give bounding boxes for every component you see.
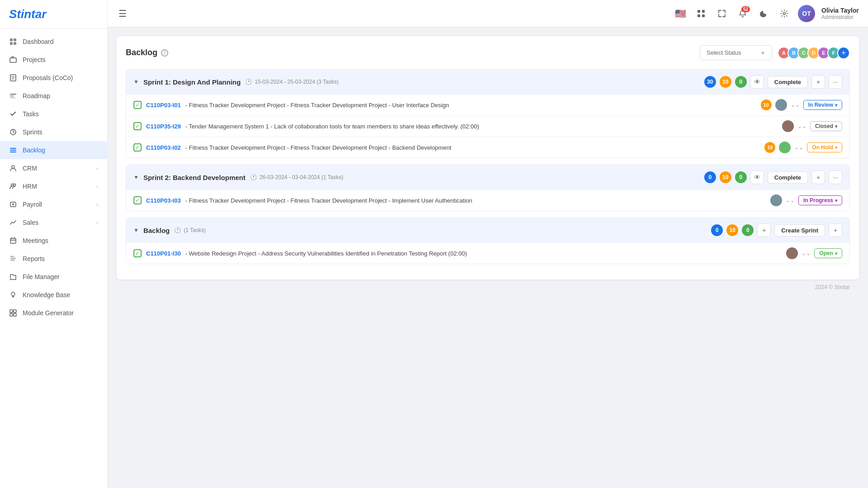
task-chevron-icon[interactable]: ⌄⌄	[791, 102, 800, 108]
backlog-task-avatar	[786, 247, 798, 259]
sidebar-item-roadmap[interactable]: Roadmap	[0, 87, 107, 105]
chevron-right-icon: ›	[96, 184, 98, 189]
sidebar-item-knowledge-base[interactable]: Knowledge Base	[0, 286, 107, 304]
svg-rect-21	[10, 313, 13, 316]
sidebar-item-reports[interactable]: Reports	[0, 250, 107, 268]
task-id[interactable]: C110P03-I01	[146, 102, 181, 109]
chevron-right-icon: ›	[96, 220, 98, 225]
sidebar-item-tasks[interactable]: Tasks	[0, 105, 107, 123]
sidebar-item-payroll[interactable]: Payroll ›	[0, 195, 107, 213]
sidebar-nav: Dashboard Projects Proposals (CoCo) Road…	[0, 29, 107, 488]
sprint-eye-btn-1[interactable]: 👁	[750, 75, 764, 89]
sidebar-item-file-manager[interactable]: File Manager	[0, 268, 107, 286]
svg-rect-0	[10, 38, 13, 41]
sidebar-item-hrm[interactable]: HRM ›	[0, 177, 107, 195]
flag-icon[interactable]: 🇺🇸	[673, 6, 688, 21]
backlog-header-right: 0 10 0 + Create Sprint +	[711, 223, 842, 237]
grid-icon[interactable]	[694, 6, 708, 21]
sprints-container: ▼ Sprint 1: Design And Planning 🕐 15-03-…	[126, 69, 850, 264]
main-area: ☰ 🇺🇸 52 OT Olivia Tayl	[108, 0, 868, 488]
notifications-icon[interactable]: 52	[735, 6, 750, 21]
svg-rect-23	[697, 10, 700, 13]
task-id[interactable]: C110P03-I03	[146, 197, 181, 204]
task-right: 10 ⌄⌄ On Hold ▾	[764, 142, 842, 153]
task-description: - Tender Management System 1 - Lack of c…	[185, 123, 778, 130]
sidebar-item-sprints[interactable]: Sprints	[0, 123, 107, 141]
sprint-more-btn-1[interactable]: ···	[829, 75, 842, 89]
sidebar-item-label-knowledge-base: Knowledge Base	[23, 291, 70, 298]
backlog-task-checkbox-1[interactable]: ✓	[133, 249, 142, 257]
tasks-icon	[9, 110, 17, 118]
settings-icon[interactable]	[777, 6, 792, 21]
user-avatar-header: OT	[798, 5, 815, 22]
sprint-header-right-1: 30 10 0 👁 Complete + ···	[704, 75, 842, 89]
backlog-task-status-badge[interactable]: Open ▾	[814, 248, 842, 258]
add-member-button[interactable]: +	[837, 47, 850, 59]
sidebar-item-sales[interactable]: Sales ›	[0, 213, 107, 232]
dark-mode-icon[interactable]	[756, 6, 771, 21]
task-id[interactable]: C110P35-I29	[146, 123, 181, 130]
sprint-complete-btn-1[interactable]: Complete	[768, 76, 808, 88]
status-dropdown-arrow: ▾	[835, 198, 837, 203]
eye-icon: 👁	[754, 78, 760, 85]
task-chevron-icon[interactable]: ⌄⌄	[786, 197, 795, 204]
menu-toggle-icon[interactable]: ☰	[117, 6, 128, 21]
sidebar-item-projects[interactable]: Projects	[0, 51, 107, 69]
sidebar-item-module-generator[interactable]: Module Generator	[0, 304, 107, 322]
sidebar-item-crm[interactable]: CRM ›	[0, 159, 107, 177]
task-chevron-icon[interactable]: ⌄⌄	[794, 144, 803, 151]
backlog-task-id[interactable]: C110P01-I30	[146, 250, 181, 257]
task-checkbox-1-2[interactable]: ✓	[133, 122, 142, 130]
sidebar-item-proposals[interactable]: Proposals (CoCo)	[0, 69, 107, 87]
sprint-complete-btn-2[interactable]: Complete	[768, 171, 808, 184]
select-status-dropdown[interactable]: Select Status ▼	[700, 45, 772, 60]
sprint-toggle-1[interactable]: ▼	[133, 79, 139, 85]
backlog-icon	[9, 146, 17, 154]
user-role: Administrator	[821, 14, 859, 20]
sprint-eye-btn-2[interactable]: 👁	[750, 171, 764, 184]
task-status-badge[interactable]: In Review ▾	[803, 100, 842, 110]
sprint-add-btn-2[interactable]: +	[811, 171, 825, 184]
backlog-task-chevron-icon[interactable]: ⌄⌄	[802, 250, 811, 256]
sprint-more-btn-2[interactable]: ···	[829, 171, 842, 184]
sprint-meta-1: 🕐 15-03-2024 - 25-03-2024 (3 Tasks)	[245, 79, 338, 85]
sprint-toggle-2[interactable]: ▼	[133, 174, 139, 180]
task-chevron-icon[interactable]: ⌄⌄	[797, 123, 806, 129]
sidebar-item-label-payroll: Payroll	[23, 201, 42, 208]
expand-icon[interactable]	[715, 6, 729, 21]
sidebar-item-meetings[interactable]: Meetings	[0, 232, 107, 250]
backlog-task-status-label: Open	[819, 250, 833, 256]
payroll-icon	[9, 200, 17, 208]
backlog-info-icon[interactable]: i	[161, 49, 168, 57]
task-id[interactable]: C110P03-I02	[146, 144, 181, 151]
task-status-badge[interactable]: On Hold ▾	[807, 142, 842, 152]
task-status-badge[interactable]: In Progress ▾	[798, 195, 842, 205]
task-points: 10	[761, 99, 772, 110]
backlog-clock-icon: 🕐	[174, 227, 181, 233]
task-status-label: In Review	[808, 102, 833, 108]
svg-rect-20	[14, 310, 16, 313]
create-sprint-btn[interactable]: Create Sprint	[774, 224, 825, 237]
backlog-sec-header: ▼ Backlog 🕐 (1 Tasks) 0 10 0 + Create Sp…	[126, 218, 849, 242]
proposals-icon	[9, 74, 17, 82]
sidebar-item-dashboard[interactable]: Dashboard	[0, 33, 107, 51]
sprint-dates-2: 26-03-2024 - 03-04-2024 (1 Tasks)	[260, 174, 343, 180]
task-checkbox-2-1[interactable]: ✓	[133, 196, 142, 204]
backlog-more-btn[interactable]: +	[829, 223, 842, 237]
sprint-add-btn-1[interactable]: +	[811, 75, 825, 89]
svg-rect-4	[10, 58, 16, 62]
task-status-badge[interactable]: Closed ▾	[810, 121, 842, 131]
backlog-add-icon-btn[interactable]: +	[757, 223, 771, 237]
status-dropdown-arrow: ▾	[835, 145, 837, 150]
select-status-label: Select Status	[707, 49, 741, 56]
sprint-header-right-2: 0 10 0 👁 Complete + ···	[704, 171, 842, 184]
sidebar-item-backlog[interactable]: Backlog	[0, 141, 107, 159]
task-avatar	[779, 142, 791, 153]
status-dropdown-arrow: ▾	[835, 124, 837, 129]
sprint-badge-green-2: 0	[735, 171, 747, 183]
task-checkbox-1-1[interactable]: ✓	[133, 101, 142, 109]
task-checkbox-1-3[interactable]: ✓	[133, 143, 142, 152]
backlog-toggle[interactable]: ▼	[133, 227, 139, 233]
svg-point-11	[11, 184, 14, 186]
svg-rect-1	[14, 38, 16, 41]
